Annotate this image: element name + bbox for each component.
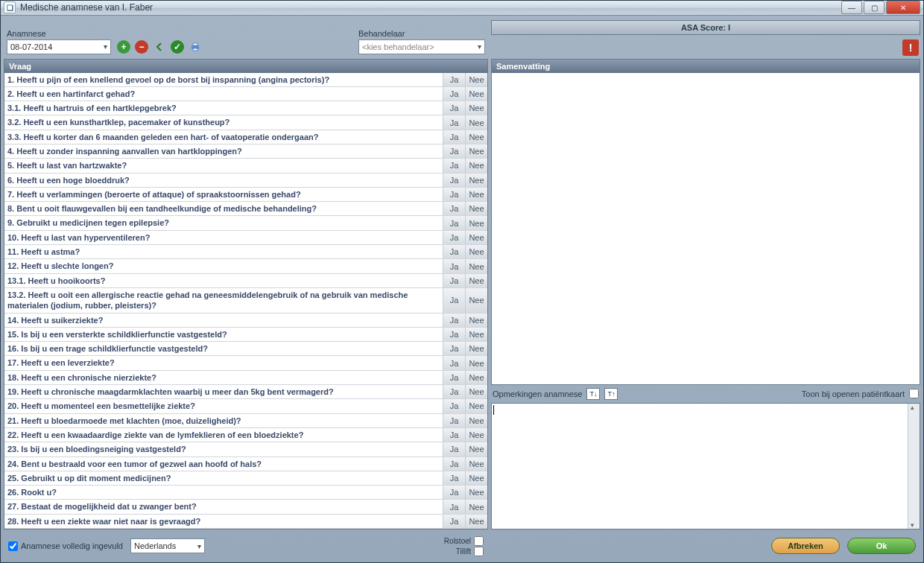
answer-yes[interactable]: Ja — [443, 442, 465, 456]
answer-no[interactable]: Nee — [465, 130, 487, 144]
answer-yes[interactable]: Ja — [443, 231, 465, 244]
question-row: 7. Heeft u verlammingen (beroerte of att… — [4, 188, 487, 202]
answer-yes[interactable]: Ja — [443, 188, 465, 201]
toolbar-icons: + − ✓ — [117, 40, 202, 54]
answer-yes[interactable]: Ja — [443, 274, 465, 287]
rolstoel-checkbox[interactable] — [474, 536, 484, 546]
answer-no[interactable]: Nee — [465, 457, 487, 471]
text-larger-icon[interactable]: T↑ — [604, 388, 618, 400]
answer-no[interactable]: Nee — [465, 202, 487, 215]
answer-yes[interactable]: Ja — [443, 500, 465, 513]
answer-no[interactable]: Nee — [465, 428, 487, 442]
answer-yes[interactable]: Ja — [443, 428, 465, 442]
answer-yes[interactable]: Ja — [443, 115, 465, 129]
question-row: 13.1. Heeft u hooikoorts?JaNee — [4, 274, 487, 288]
answer-yes[interactable]: Ja — [443, 471, 465, 485]
answer-yes[interactable]: Ja — [443, 457, 465, 471]
answer-no[interactable]: Nee — [465, 442, 487, 456]
answer-no[interactable]: Nee — [465, 371, 487, 384]
date-combo[interactable]: 08-07-2014 — [7, 39, 111, 54]
answer-no[interactable]: Nee — [465, 259, 487, 273]
question-text: 24. Bent u bestraald voor een tumor of g… — [4, 457, 443, 471]
answer-no[interactable]: Nee — [465, 342, 487, 355]
answer-no[interactable]: Nee — [465, 144, 487, 158]
answer-no[interactable]: Nee — [465, 159, 487, 172]
answer-yes[interactable]: Ja — [443, 73, 465, 86]
answer-yes[interactable]: Ja — [443, 486, 465, 499]
answer-yes[interactable]: Ja — [443, 371, 465, 384]
vraag-col-header: Vraag — [9, 62, 483, 71]
answer-yes[interactable]: Ja — [443, 385, 465, 398]
answer-yes[interactable]: Ja — [443, 259, 465, 273]
maximize-button[interactable]: ▢ — [864, 1, 885, 14]
answer-no[interactable]: Nee — [465, 414, 487, 427]
answer-yes[interactable]: Ja — [443, 515, 465, 528]
answer-yes[interactable]: Ja — [443, 314, 465, 327]
answer-yes[interactable]: Ja — [443, 288, 465, 313]
question-text: 10. Heeft u last van hyperventileren? — [4, 231, 443, 244]
add-icon[interactable]: + — [117, 40, 130, 54]
right-top-area: ASA Score: I ! — [491, 19, 920, 56]
answer-no[interactable]: Nee — [465, 274, 487, 287]
prev-icon[interactable] — [153, 40, 166, 54]
answer-no[interactable]: Nee — [465, 245, 487, 258]
answer-no[interactable]: Nee — [465, 231, 487, 244]
answer-yes[interactable]: Ja — [443, 245, 465, 258]
alert-icon[interactable]: ! — [902, 39, 919, 56]
answer-no[interactable]: Nee — [465, 101, 487, 115]
answer-no[interactable]: Nee — [465, 87, 487, 101]
answer-no[interactable]: Nee — [465, 385, 487, 398]
answer-yes[interactable]: Ja — [443, 202, 465, 215]
question-row: 6. Heeft u een hoge bloeddruk?JaNee — [4, 174, 487, 188]
anamnese-complete-input[interactable] — [8, 541, 18, 551]
answer-no[interactable]: Nee — [465, 515, 487, 528]
left-bottom-row: Anamnese volledig ingevuld Nederlands Ro… — [4, 532, 488, 559]
answer-no[interactable]: Nee — [465, 188, 487, 201]
answer-yes[interactable]: Ja — [443, 87, 465, 101]
answer-yes[interactable]: Ja — [443, 414, 465, 427]
tillift-checkbox[interactable] — [474, 547, 484, 556]
show-on-open-checkbox[interactable] — [909, 389, 919, 398]
answer-yes[interactable]: Ja — [443, 144, 465, 158]
answer-yes[interactable]: Ja — [443, 130, 465, 144]
behandelaar-combo[interactable]: <kies behandelaar> — [358, 39, 485, 54]
minimize-button[interactable]: — — [841, 1, 862, 14]
answer-yes[interactable]: Ja — [443, 342, 465, 355]
anamnese-complete-checkbox[interactable]: Anamnese volledig ingevuld — [8, 541, 123, 551]
text-smaller-icon[interactable]: T↓ — [586, 388, 600, 400]
question-row: 17. Heeft u een leverziekte?JaNee — [4, 356, 487, 370]
print-icon[interactable] — [189, 40, 202, 54]
answer-no[interactable]: Nee — [465, 486, 487, 499]
scrollbar[interactable] — [908, 404, 920, 529]
answer-no[interactable]: Nee — [465, 216, 487, 229]
remarks-textarea[interactable] — [491, 403, 920, 530]
answer-no[interactable]: Nee — [465, 399, 487, 413]
answer-no[interactable]: Nee — [465, 174, 487, 187]
answer-yes[interactable]: Ja — [443, 328, 465, 341]
answer-yes[interactable]: Ja — [443, 159, 465, 172]
answer-no[interactable]: Nee — [465, 471, 487, 485]
question-text: 11. Heeft u astma? — [4, 245, 443, 258]
question-text: 13.1. Heeft u hooikoorts? — [4, 274, 443, 287]
question-text: 4. Heeft u zonder inspanning aanvallen v… — [4, 144, 443, 158]
answer-no[interactable]: Nee — [465, 500, 487, 513]
answer-yes[interactable]: Ja — [443, 101, 465, 115]
answer-no[interactable]: Nee — [465, 73, 487, 86]
language-combo[interactable]: Nederlands — [130, 538, 205, 553]
answer-no[interactable]: Nee — [465, 288, 487, 313]
answer-yes[interactable]: Ja — [443, 174, 465, 187]
question-text: 13.2. Heeft u ooit een allergische react… — [4, 288, 443, 313]
answer-yes[interactable]: Ja — [443, 216, 465, 229]
answer-no[interactable]: Nee — [465, 328, 487, 341]
close-button[interactable]: ✕ — [886, 1, 920, 14]
check-icon[interactable]: ✓ — [171, 40, 184, 54]
question-row: 10. Heeft u last van hyperventileren?JaN… — [4, 231, 487, 245]
cancel-button[interactable]: Afbreken — [771, 538, 840, 554]
answer-yes[interactable]: Ja — [443, 399, 465, 413]
answer-yes[interactable]: Ja — [443, 356, 465, 369]
answer-no[interactable]: Nee — [465, 115, 487, 129]
answer-no[interactable]: Nee — [465, 356, 487, 369]
answer-no[interactable]: Nee — [465, 314, 487, 327]
remove-icon[interactable]: − — [135, 40, 148, 54]
ok-button[interactable]: Ok — [847, 538, 916, 554]
